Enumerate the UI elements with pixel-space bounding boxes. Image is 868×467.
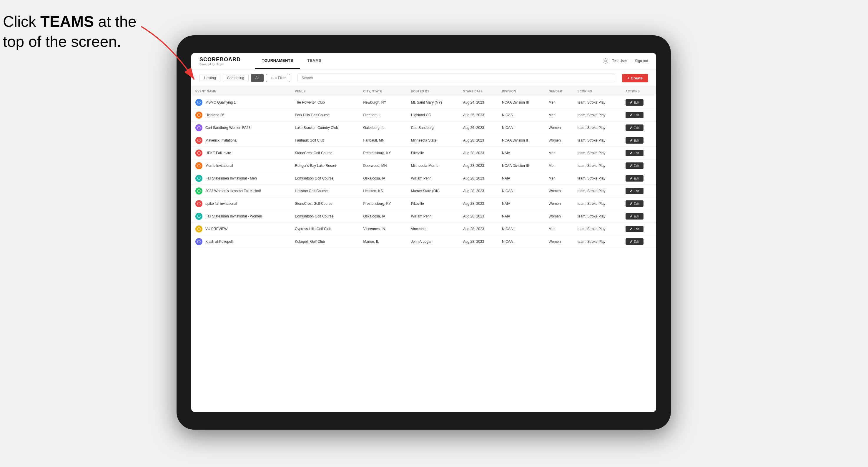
cell-division: NICAA II [498,223,545,236]
col-city-state: CITY, STATE [359,87,407,96]
competing-button[interactable]: Competing [223,74,249,82]
table-row: UPKE Fall Invite StoneCrest Golf Course … [191,147,656,159]
tournaments-table: EVENT NAME VENUE CITY, STATE HOSTED BY S… [191,87,656,248]
edit-button[interactable]: Edit [625,188,644,194]
cell-start-date: Aug 28, 2023 [459,147,498,159]
table-row: Maverick Invitational Faribault Golf Clu… [191,134,656,147]
cell-venue: Hesston Golf Course [291,185,359,197]
edit-button[interactable]: Edit [625,124,644,131]
cell-hosted-by: Minnesota-Morris [407,159,459,172]
event-name-text: Morris Invitational [206,164,233,168]
table-header-row: EVENT NAME VENUE CITY, STATE HOSTED BY S… [191,87,656,96]
edit-icon [630,152,632,155]
cell-division: NAIA [498,147,545,159]
cell-actions: Edit [621,134,656,147]
edit-button[interactable]: Edit [625,137,644,144]
edit-icon [630,114,632,117]
cell-gender: Women [545,185,574,197]
cell-venue: Cypress Hills Golf Club [291,223,359,236]
cell-scoring: team, Stroke Play [574,185,621,197]
event-name-text: 2023 Women's Hesston Fall Kickoff [206,189,261,193]
svg-point-9 [197,189,200,192]
cell-venue: Park Hills Golf Course [291,109,359,122]
filter-button[interactable]: ≡ ≡ Filter [266,74,290,82]
instruction-bold: TEAMS [40,13,94,30]
cell-actions: Edit [621,159,656,172]
edit-button[interactable]: Edit [625,150,644,156]
cell-start-date: Aug 26, 2023 [459,122,498,134]
create-button[interactable]: + Create [622,74,648,83]
edit-icon [630,101,632,104]
nav-right: Test User | Sign out [602,58,648,64]
cell-scoring: team, Stroke Play [574,134,621,147]
table-row: Highland 36 Park Hills Golf Course Freep… [191,109,656,122]
cell-hosted-by: John A Logan [407,236,459,248]
cell-gender: Men [545,172,574,185]
cell-venue: StoneCrest Golf Course [291,147,359,159]
cell-city-state: Marion, IL [359,236,407,248]
edit-icon [630,126,632,129]
arrow-indicator [124,21,218,103]
edit-button[interactable]: Edit [625,226,644,232]
edit-icon [630,177,632,180]
cell-actions: Edit [621,147,656,159]
cell-hosted-by: William Penn [407,172,459,185]
cell-start-date: Aug 24, 2023 [459,96,498,109]
cell-city-state: Galesburg, IL [359,122,407,134]
edit-button[interactable]: Edit [625,162,644,169]
col-venue: VENUE [291,87,359,96]
event-name-text: Fall Statesmen Invitational - Women [206,214,262,218]
edit-button[interactable]: Edit [625,213,644,220]
cell-city-state: Newburgh, NY [359,96,407,109]
cell-start-date: Aug 25, 2023 [459,109,498,122]
edit-button[interactable]: Edit [625,238,644,245]
edit-button[interactable]: Edit [625,99,644,106]
nav-user: Test User [612,59,627,63]
cell-hosted-by: Murray State (OK) [407,185,459,197]
cell-city-state: Freeport, IL [359,109,407,122]
svg-point-5 [197,139,200,142]
svg-point-3 [197,114,200,117]
tablet-screen: SCOREBOARD Powered by clippit TOURNAMENT… [191,53,656,412]
nav-tab-teams[interactable]: TEAMS [300,53,329,69]
cell-event-name: VU PREVIEW [191,223,291,236]
cell-hosted-by: Highland CC [407,109,459,122]
col-actions: ACTIONS [621,87,656,96]
edit-button[interactable]: Edit [625,112,644,118]
settings-icon[interactable] [602,58,609,64]
cell-division: NCAA Division III [498,96,545,109]
cell-gender: Men [545,159,574,172]
event-name-text: upike fall invitational [206,201,237,206]
cell-division: NICAA I [498,109,545,122]
table-row: upike fall invitational StoneCrest Golf … [191,197,656,210]
event-icon [195,200,203,207]
cell-actions: Edit [621,210,656,223]
cell-gender: Men [545,147,574,159]
svg-point-12 [197,227,200,230]
search-input[interactable] [297,73,615,83]
cell-venue: Faribault Golf Club [291,134,359,147]
cell-city-state: Prestonsburg, KY [359,197,407,210]
nav-signout[interactable]: Sign out [635,59,648,63]
cell-start-date: Aug 28, 2023 [459,172,498,185]
cell-scoring: team, Stroke Play [574,109,621,122]
all-button[interactable]: All [251,74,264,82]
col-gender: GENDER [545,87,574,96]
cell-venue: Kokopelli Golf Club [291,236,359,248]
cell-start-date: Aug 28, 2023 [459,185,498,197]
col-start-date: START DATE [459,87,498,96]
edit-button[interactable]: Edit [625,175,644,182]
nav-tab-tournaments[interactable]: TOURNAMENTS [255,53,300,69]
cell-city-state: Oskaloosa, IA [359,172,407,185]
edit-button[interactable]: Edit [625,200,644,207]
col-hosted-by: HOSTED BY [407,87,459,96]
cell-event-name: upike fall invitational [191,197,291,210]
event-icon [195,150,203,157]
cell-actions: Edit [621,96,656,109]
cell-event-name: Morris Invitational [191,159,291,172]
cell-actions: Edit [621,172,656,185]
cell-scoring: team, Stroke Play [574,159,621,172]
cell-start-date: Aug 28, 2023 [459,134,498,147]
nav-tabs: TOURNAMENTS TEAMS [255,53,602,69]
cell-venue: Ruttger's Bay Lake Resort [291,159,359,172]
